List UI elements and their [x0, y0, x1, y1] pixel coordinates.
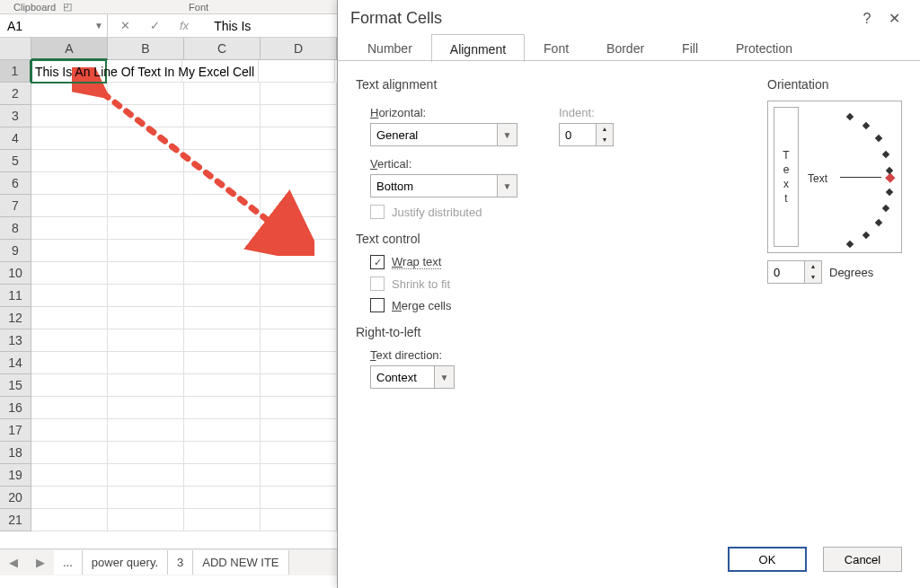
cell[interactable] [261, 374, 337, 397]
row-header[interactable]: 20 [0, 487, 31, 509]
cell[interactable] [184, 83, 261, 105]
row-header[interactable]: 3 [0, 105, 31, 127]
indent-stepper[interactable]: ▲▼ [559, 123, 614, 146]
cell[interactable] [31, 509, 108, 531]
cell[interactable] [261, 150, 337, 172]
cell[interactable] [184, 150, 261, 172]
cell[interactable] [261, 509, 337, 531]
cell[interactable] [31, 240, 108, 262]
row-header[interactable]: 4 [0, 127, 31, 150]
help-icon[interactable]: ? [854, 11, 880, 27]
cell[interactable] [108, 442, 184, 464]
col-header-d[interactable]: D [261, 38, 337, 60]
cell[interactable] [108, 240, 184, 262]
row-header[interactable]: 16 [0, 397, 31, 419]
cell[interactable] [261, 464, 337, 487]
row-header[interactable]: 17 [0, 419, 31, 442]
worksheet-grid[interactable]: A B C D 1This Is An Line Of Text In My E… [0, 38, 337, 549]
col-header-c[interactable]: C [184, 38, 261, 60]
cell[interactable] [108, 487, 184, 509]
cell[interactable] [31, 262, 108, 285]
ok-button[interactable]: OK [728, 547, 807, 572]
cell[interactable] [31, 307, 108, 329]
cell[interactable] [184, 352, 261, 374]
cell[interactable] [184, 195, 261, 217]
text-direction-value[interactable] [371, 371, 434, 384]
row-header[interactable]: 18 [0, 442, 31, 464]
cell[interactable] [31, 374, 108, 397]
cell[interactable] [31, 217, 108, 240]
cell[interactable] [184, 285, 261, 307]
orientation-widget[interactable]: T e x t Text [767, 101, 902, 253]
cell[interactable] [184, 464, 261, 487]
cell[interactable] [108, 195, 184, 217]
cancel-button[interactable]: Cancel [823, 547, 902, 572]
tab-alignment[interactable]: Alignment [431, 34, 525, 62]
cell[interactable] [31, 285, 108, 307]
cell[interactable] [108, 83, 184, 105]
cell[interactable] [184, 374, 261, 397]
cell[interactable] [31, 352, 108, 374]
spin-down-icon[interactable]: ▼ [805, 272, 821, 283]
cell[interactable] [31, 105, 108, 127]
row-header[interactable]: 10 [0, 262, 31, 285]
cell[interactable] [31, 127, 108, 150]
tab-font[interactable]: Font [525, 33, 588, 61]
col-header-b[interactable]: B [108, 38, 184, 60]
row-header[interactable]: 12 [0, 307, 31, 329]
indent-value[interactable] [560, 128, 596, 142]
cell[interactable] [184, 127, 261, 150]
orientation-dial[interactable]: Text [802, 107, 896, 247]
cell[interactable] [261, 307, 337, 329]
horizontal-value[interactable] [371, 128, 497, 142]
row-header[interactable]: 21 [0, 509, 31, 531]
cell[interactable] [184, 262, 261, 285]
cell[interactable] [184, 442, 261, 464]
cell[interactable] [108, 262, 184, 285]
cell[interactable] [108, 419, 184, 442]
vertical-value[interactable] [371, 180, 497, 193]
row-header[interactable]: 5 [0, 150, 31, 172]
cell[interactable] [184, 105, 261, 127]
checkbox-checked-icon[interactable]: ✓ [370, 255, 385, 269]
cell[interactable] [261, 262, 337, 285]
cell[interactable] [184, 240, 261, 262]
tab-number[interactable]: Number [349, 33, 431, 61]
cell[interactable] [108, 329, 184, 352]
cell[interactable] [31, 487, 108, 509]
cell[interactable] [31, 83, 108, 105]
row-header[interactable]: 11 [0, 285, 31, 307]
cell[interactable] [31, 195, 108, 217]
spin-down-icon[interactable]: ▼ [597, 135, 613, 145]
row-header[interactable]: 6 [0, 172, 31, 195]
row-header[interactable]: 7 [0, 195, 31, 217]
cell[interactable] [184, 397, 261, 419]
row-header[interactable]: 19 [0, 464, 31, 487]
row-header[interactable]: 14 [0, 352, 31, 374]
cell-a1[interactable]: This Is An Line Of Text In My Excel Cell [31, 59, 107, 83]
cell[interactable] [108, 352, 184, 374]
cell[interactable] [261, 127, 337, 150]
cell[interactable] [108, 150, 184, 172]
cell[interactable] [108, 105, 184, 127]
text-direction-combo[interactable]: ▼ [370, 365, 455, 389]
vertical-combo[interactable]: ▼ [370, 174, 518, 197]
cell[interactable] [108, 464, 184, 487]
sheet-tab[interactable]: 3 [168, 550, 193, 575]
spin-up-icon[interactable]: ▲ [597, 124, 613, 135]
select-all-triangle[interactable] [0, 38, 31, 60]
cell[interactable] [108, 307, 184, 329]
degrees-stepper[interactable]: ▲▼ [767, 260, 822, 284]
vertical-text-button[interactable]: T e x t [774, 107, 799, 247]
cancel-icon[interactable]: ✕ [120, 19, 130, 32]
tab-fill[interactable]: Fill [663, 33, 717, 61]
cell[interactable] [261, 352, 337, 374]
cell[interactable] [31, 150, 108, 172]
cell[interactable] [184, 307, 261, 329]
cell[interactable] [259, 60, 335, 83]
cell[interactable] [31, 397, 108, 419]
chevron-down-icon[interactable]: ▼ [94, 21, 103, 31]
chevron-down-icon[interactable]: ▼ [434, 366, 454, 388]
row-header[interactable]: 15 [0, 374, 31, 397]
cell[interactable] [261, 105, 337, 127]
